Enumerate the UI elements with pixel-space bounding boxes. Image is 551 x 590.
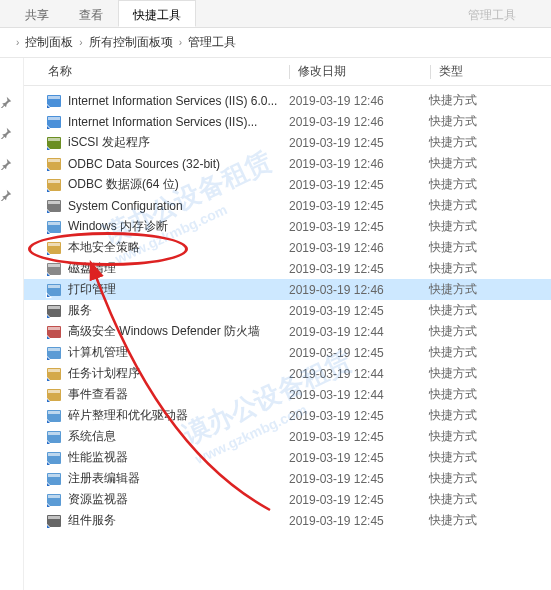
list-item[interactable]: 磁盘清理2019-03-19 12:45快捷方式 xyxy=(24,258,551,279)
item-date: 2019-03-19 12:44 xyxy=(289,325,429,339)
item-type: 快捷方式 xyxy=(429,449,551,466)
item-name: 打印管理 xyxy=(68,281,289,298)
list-item[interactable]: 碎片整理和优化驱动器2019-03-19 12:45快捷方式 xyxy=(24,405,551,426)
item-name: 系统信息 xyxy=(68,428,289,445)
list-item[interactable]: Windows 内存诊断2019-03-19 12:45快捷方式 xyxy=(24,216,551,237)
breadcrumb-item[interactable]: 管理工具 xyxy=(188,34,236,51)
svg-rect-13 xyxy=(48,222,60,225)
item-type: 快捷方式 xyxy=(429,218,551,235)
item-type: 快捷方式 xyxy=(429,428,551,445)
pin-icon[interactable] xyxy=(0,189,12,201)
list-item[interactable]: 性能监视器2019-03-19 12:45快捷方式 xyxy=(24,447,551,468)
svg-rect-19 xyxy=(48,285,60,288)
item-name: 计算机管理 xyxy=(68,344,289,361)
item-type: 快捷方式 xyxy=(429,386,551,403)
tab-share[interactable]: 共享 xyxy=(10,0,64,27)
item-date: 2019-03-19 12:45 xyxy=(289,199,429,213)
content-area: 名称 修改日期 类型 Internet Information Services… xyxy=(0,58,551,590)
svg-rect-37 xyxy=(48,474,60,477)
list-item[interactable]: 打印管理2019-03-19 12:46快捷方式 xyxy=(24,279,551,300)
item-name: 本地安全策略 xyxy=(68,239,289,256)
chevron-right-icon[interactable]: › xyxy=(79,37,82,48)
svg-rect-41 xyxy=(48,516,60,519)
svg-rect-23 xyxy=(48,327,60,330)
chevron-right-icon[interactable]: › xyxy=(16,37,19,48)
shortcut-icon xyxy=(46,471,62,487)
list-item[interactable]: Internet Information Services (IIS)...20… xyxy=(24,111,551,132)
item-date: 2019-03-19 12:46 xyxy=(289,241,429,255)
pin-icon[interactable] xyxy=(0,127,12,139)
list-item[interactable]: 组件服务2019-03-19 12:45快捷方式 xyxy=(24,510,551,531)
svg-rect-9 xyxy=(48,180,60,183)
tab-view[interactable]: 查看 xyxy=(64,0,118,27)
shortcut-icon xyxy=(46,240,62,256)
list-item[interactable]: 任务计划程序2019-03-19 12:44快捷方式 xyxy=(24,363,551,384)
item-date: 2019-03-19 12:45 xyxy=(289,136,429,150)
file-list: 名称 修改日期 类型 Internet Information Services… xyxy=(24,58,551,590)
list-item[interactable]: ODBC Data Sources (32-bit)2019-03-19 12:… xyxy=(24,153,551,174)
breadcrumb-item[interactable]: 所有控制面板项 xyxy=(89,34,173,51)
item-name: 磁盘清理 xyxy=(68,260,289,277)
list-item[interactable]: 本地安全策略2019-03-19 12:46快捷方式 xyxy=(24,237,551,258)
ribbon-tabs: 共享 查看 快捷工具 管理工具 xyxy=(0,0,551,28)
shortcut-icon xyxy=(46,387,62,403)
list-item[interactable]: 系统信息2019-03-19 12:45快捷方式 xyxy=(24,426,551,447)
list-item[interactable]: 注册表编辑器2019-03-19 12:45快捷方式 xyxy=(24,468,551,489)
item-name: ODBC Data Sources (32-bit) xyxy=(68,157,289,171)
item-date: 2019-03-19 12:45 xyxy=(289,178,429,192)
list-item[interactable]: 服务2019-03-19 12:45快捷方式 xyxy=(24,300,551,321)
column-headers: 名称 修改日期 类型 xyxy=(24,58,551,86)
item-type: 快捷方式 xyxy=(429,407,551,424)
tab-quicktools[interactable]: 快捷工具 xyxy=(118,0,196,27)
item-type: 快捷方式 xyxy=(429,134,551,151)
item-name: ODBC 数据源(64 位) xyxy=(68,176,289,193)
item-date: 2019-03-19 12:45 xyxy=(289,262,429,276)
item-date: 2019-03-19 12:46 xyxy=(289,283,429,297)
item-type: 快捷方式 xyxy=(429,344,551,361)
svg-rect-7 xyxy=(48,159,60,162)
tab-context-label: 管理工具 xyxy=(453,0,531,27)
chevron-right-icon[interactable]: › xyxy=(179,37,182,48)
item-name: 性能监视器 xyxy=(68,449,289,466)
pin-icon[interactable] xyxy=(0,158,12,170)
item-date: 2019-03-19 12:46 xyxy=(289,115,429,129)
item-type: 快捷方式 xyxy=(429,176,551,193)
list-item[interactable]: 计算机管理2019-03-19 12:45快捷方式 xyxy=(24,342,551,363)
item-type: 快捷方式 xyxy=(429,260,551,277)
item-name: iSCSI 发起程序 xyxy=(68,134,289,151)
header-date[interactable]: 修改日期 xyxy=(290,63,430,80)
item-date: 2019-03-19 12:46 xyxy=(289,94,429,108)
shortcut-icon xyxy=(46,261,62,277)
item-type: 快捷方式 xyxy=(429,92,551,109)
item-name: Windows 内存诊断 xyxy=(68,218,289,235)
item-name: 资源监视器 xyxy=(68,491,289,508)
shortcut-icon xyxy=(46,198,62,214)
list-item[interactable]: 事件查看器2019-03-19 12:44快捷方式 xyxy=(24,384,551,405)
svg-rect-33 xyxy=(48,432,60,435)
list-item[interactable]: 高级安全 Windows Defender 防火墙2019-03-19 12:4… xyxy=(24,321,551,342)
pin-icon[interactable] xyxy=(0,96,12,108)
header-name[interactable]: 名称 xyxy=(24,63,289,80)
item-date: 2019-03-19 12:45 xyxy=(289,346,429,360)
item-name: 任务计划程序 xyxy=(68,365,289,382)
item-date: 2019-03-19 12:45 xyxy=(289,409,429,423)
list-item[interactable]: System Configuration2019-03-19 12:45快捷方式 xyxy=(24,195,551,216)
header-type[interactable]: 类型 xyxy=(431,63,551,80)
shortcut-icon xyxy=(46,177,62,193)
breadcrumb[interactable]: › 控制面板 › 所有控制面板项 › 管理工具 xyxy=(0,28,551,58)
shortcut-icon xyxy=(46,408,62,424)
svg-rect-21 xyxy=(48,306,60,309)
shortcut-icon xyxy=(46,345,62,361)
list-item[interactable]: Internet Information Services (IIS) 6.0.… xyxy=(24,90,551,111)
breadcrumb-item[interactable]: 控制面板 xyxy=(25,34,73,51)
list-item[interactable]: ODBC 数据源(64 位)2019-03-19 12:45快捷方式 xyxy=(24,174,551,195)
item-name: 服务 xyxy=(68,302,289,319)
item-name: 事件查看器 xyxy=(68,386,289,403)
shortcut-icon xyxy=(46,429,62,445)
shortcut-icon xyxy=(46,450,62,466)
list-item[interactable]: 资源监视器2019-03-19 12:45快捷方式 xyxy=(24,489,551,510)
list-item[interactable]: iSCSI 发起程序2019-03-19 12:45快捷方式 xyxy=(24,132,551,153)
svg-rect-25 xyxy=(48,348,60,351)
svg-rect-17 xyxy=(48,264,60,267)
item-name: 碎片整理和优化驱动器 xyxy=(68,407,289,424)
